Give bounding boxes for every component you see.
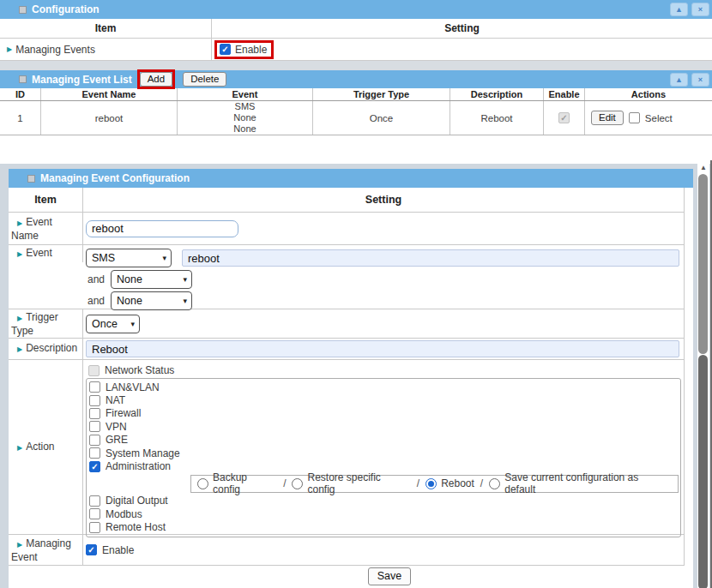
panel-collapse-button[interactable]: ▲: [670, 3, 688, 16]
panel-collapse-button[interactable]: ▲: [670, 73, 688, 87]
enable-highlight-box: ✓ Enable: [214, 40, 274, 59]
item-arrow-icon: ▶: [7, 45, 12, 53]
column-header-setting: Setting: [212, 19, 712, 38]
add-button[interactable]: Add: [140, 72, 172, 87]
save-button[interactable]: Save: [368, 567, 412, 585]
add-highlight-box: Add: [137, 69, 175, 89]
digital-output-label: Digital Output: [106, 495, 168, 507]
managing-event-row: ▶Managing Event ✓ Enable: [9, 535, 685, 566]
option-separator: /: [480, 477, 483, 489]
system-manage-checkbox[interactable]: [89, 447, 100, 459]
backup-config-radio[interactable]: [197, 478, 208, 489]
action-label: Action: [26, 441, 54, 453]
event-value-input[interactable]: reboot: [182, 249, 679, 267]
panel-close-button[interactable]: ×: [691, 73, 709, 87]
firewall-label: Firewall: [106, 407, 141, 419]
column-header-id: ID: [0, 88, 41, 100]
item-arrow-icon: ▶: [17, 250, 22, 258]
event-config-panel-header: Managing Event Configuration: [9, 169, 693, 188]
collapse-icon: ▲: [675, 6, 683, 14]
restore-config-label: Restore specific config: [307, 471, 410, 495]
save-default-radio[interactable]: [489, 478, 500, 489]
column-header-setting: Setting: [83, 188, 684, 212]
save-area: Save: [9, 566, 693, 588]
column-header-enable: Enable: [544, 88, 585, 100]
row-select-checkbox[interactable]: [629, 112, 640, 123]
modbus-checkbox[interactable]: [89, 508, 100, 519]
vertical-scrollbar[interactable]: ▲: [697, 160, 709, 588]
item-arrow-icon: ▶: [17, 345, 22, 353]
row-description: Reboot: [450, 101, 544, 135]
scrollbar-thumb[interactable]: [698, 174, 708, 354]
chevron-down-icon: ▾: [183, 275, 187, 284]
event-list-table-header: ID Event Name Event Trigger Type Descrip…: [0, 88, 712, 101]
trigger-type-select[interactable]: Once ▾: [86, 315, 140, 333]
option-separator: /: [417, 477, 419, 489]
event-condition2-select[interactable]: None ▾: [111, 270, 192, 289]
save-default-label: Save current configuration as default: [504, 471, 672, 495]
network-status-checkbox: [88, 365, 100, 376]
row-event-conditions: SMS None None: [233, 101, 256, 135]
close-icon: ×: [698, 76, 703, 84]
chevron-down-icon: ▾: [162, 254, 166, 262]
vpn-checkbox[interactable]: [89, 421, 100, 432]
description-row: ▶Description Reboot: [9, 339, 685, 360]
collapse-widget-icon[interactable]: [19, 75, 27, 83]
option-separator: /: [283, 477, 286, 489]
event-condition3-select[interactable]: None ▾: [111, 291, 192, 310]
panel-close-button[interactable]: ×: [691, 3, 709, 16]
restore-config-radio[interactable]: [292, 478, 303, 489]
item-arrow-icon: ▶: [17, 444, 22, 452]
firewall-checkbox[interactable]: [89, 408, 100, 419]
scrollbar-thumb-dark[interactable]: [698, 355, 708, 588]
edit-button[interactable]: Edit: [591, 111, 624, 125]
event-type-select[interactable]: SMS ▾: [86, 249, 172, 267]
column-header-item: Item: [9, 188, 83, 212]
trigger-type-row: ▶Trigger Type Once ▾: [9, 309, 685, 339]
administration-checkbox[interactable]: ✓: [89, 461, 100, 472]
configuration-table-header: Item Setting: [0, 19, 712, 39]
column-header-event: Event: [178, 88, 313, 100]
column-header-actions: Actions: [585, 88, 712, 100]
collapse-widget-icon[interactable]: [27, 175, 35, 183]
managing-events-label: Managing Events: [15, 44, 95, 56]
column-header-description: Description: [450, 88, 544, 100]
column-header-event-name: Event Name: [41, 88, 178, 100]
section-gap: [0, 135, 712, 164]
reboot-label: Reboot: [441, 477, 474, 489]
system-manage-label: System Manage: [106, 447, 180, 459]
managing-events-enable-checkbox[interactable]: ✓: [220, 44, 231, 55]
description-label: Description: [26, 342, 77, 354]
enable-label: Enable: [102, 544, 134, 556]
event-row: ▶Event SMS ▾ reboot and None ▾: [9, 245, 685, 309]
delete-button[interactable]: Delete: [183, 72, 226, 87]
collapse-widget-icon[interactable]: [19, 6, 27, 14]
column-header-item: Item: [0, 19, 212, 38]
configuration-panel-title: Configuration: [32, 3, 100, 15]
row-trigger-type: Once: [313, 101, 450, 135]
managing-event-enable-checkbox[interactable]: ✓: [86, 544, 97, 555]
row-event-name: reboot: [41, 101, 178, 135]
administration-label: Administration: [106, 460, 171, 472]
description-input[interactable]: Reboot: [86, 340, 679, 357]
lan-vlan-label: LAN&VLAN: [106, 381, 160, 393]
digital-output-checkbox[interactable]: [89, 495, 100, 507]
configuration-panel-header: Configuration ▲ ×: [0, 0, 712, 19]
event-name-input[interactable]: reboot: [86, 220, 238, 237]
chevron-down-icon: ▾: [130, 320, 135, 328]
lan-vlan-checkbox[interactable]: [89, 381, 100, 393]
column-header-trigger-type: Trigger Type: [313, 88, 450, 100]
network-status-label: Network Status: [105, 364, 174, 376]
row-enable-checkbox: ✓: [558, 112, 570, 123]
page: Configuration ▲ × Item Setting ▶ Managin…: [0, 0, 712, 588]
item-arrow-icon: ▶: [17, 315, 22, 322]
reboot-radio[interactable]: [425, 478, 437, 489]
event-list-panel-title: Managing Event List: [32, 74, 132, 86]
item-arrow-icon: ▶: [17, 219, 22, 227]
enable-label: Enable: [235, 44, 267, 56]
scrollbar-up-icon[interactable]: ▲: [697, 160, 709, 174]
remote-host-checkbox[interactable]: [89, 522, 100, 533]
gre-label: GRE: [106, 434, 128, 446]
nat-checkbox[interactable]: [89, 395, 100, 406]
gre-checkbox[interactable]: [89, 435, 100, 446]
